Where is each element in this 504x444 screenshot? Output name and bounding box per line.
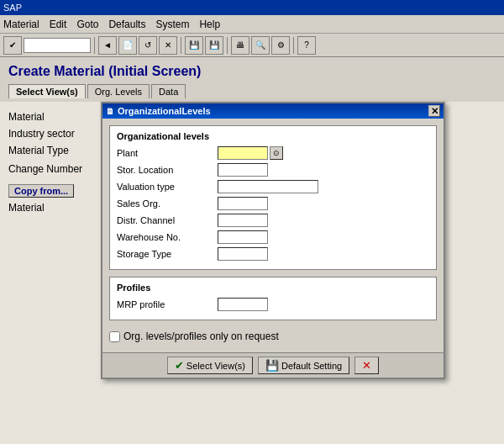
stor-location-input[interactable]	[218, 163, 268, 177]
distr-channel-input[interactable]	[218, 214, 268, 227]
org-levels-dialog: 🗎 OrganizationalLevels ✕ Organizational …	[101, 102, 445, 379]
material-label: Material	[8, 111, 101, 123]
profiles-section: Profiles MRP profile	[109, 277, 437, 320]
valuation-type-row: Valuation type	[117, 180, 429, 193]
tab-select-views[interactable]: Select View(s)	[8, 84, 86, 98]
toolbar-sep-2	[181, 37, 181, 54]
profiles-section-title: Profiles	[117, 283, 429, 293]
menu-goto[interactable]: Goto	[76, 18, 98, 30]
valuation-type-input[interactable]	[218, 180, 318, 193]
toolbar-checkmark-btn[interactable]: ✔	[3, 36, 22, 55]
toolbar-back-btn[interactable]: ◄	[98, 36, 117, 55]
storage-type-row: Storage Type	[117, 247, 429, 261]
material-type-label: Material Type	[8, 145, 101, 156]
copy-from-btn[interactable]: Copy from...	[8, 184, 74, 198]
storage-type-input[interactable]	[218, 247, 268, 261]
valuation-type-label: Valuation type	[117, 182, 218, 192]
toolbar-stop-btn[interactable]: ✕	[159, 36, 177, 55]
sales-org-row: Sales Org.	[117, 197, 429, 210]
tab-org-levels[interactable]: Org. Levels	[87, 84, 150, 98]
menu-material[interactable]: Material	[3, 18, 39, 30]
dialog-title-icon: 🗎	[106, 107, 114, 116]
menu-bar: Material Edit Goto Defaults System Help	[0, 15, 504, 34]
stor-location-label: Stor. Location	[117, 165, 218, 175]
org-levels-section: Organizational levels Plant ⊙ Stor. Loca…	[109, 125, 437, 270]
copy-material-label: Material	[8, 202, 101, 214]
warehouse-no-label: Warehouse No.	[117, 232, 218, 242]
toolbar-sep-3	[227, 37, 228, 54]
toolbar-sep-4	[293, 37, 294, 54]
plant-label: Plant	[117, 148, 218, 158]
toolbar-save-btn[interactable]: 💾	[185, 36, 203, 55]
dialog-body: Organizational levels Plant ⊙ Stor. Loca…	[102, 119, 444, 352]
storage-type-label: Storage Type	[117, 249, 218, 259]
tab-bar: Select View(s) Org. Levels Data	[8, 84, 496, 98]
change-number-label: Change Number	[8, 163, 101, 175]
toolbar-refresh-btn[interactable]: ↺	[139, 36, 157, 55]
org-levels-section-title: Organizational levels	[117, 131, 429, 141]
toolbar-sep-1	[94, 37, 95, 54]
checkbox-row: Org. levels/profiles only on request	[109, 327, 437, 346]
select-views-label: Select View(s)	[186, 361, 245, 371]
page-header: Create Material (Initial Screen) Select …	[0, 57, 504, 102]
toolbar: ✔ ◄ 📄 ↺ ✕ 💾 💾 🖶 🔍 ⚙ ?	[0, 34, 504, 57]
org-only-on-request-checkbox[interactable]	[109, 331, 120, 342]
dialog-cancel-btn[interactable]: ✕	[354, 357, 379, 374]
sales-org-input[interactable]	[218, 197, 268, 210]
default-setting-btn[interactable]: 💾 Default Setting	[258, 357, 349, 374]
menu-help[interactable]: Help	[199, 18, 220, 30]
plant-lookup-btn[interactable]: ⊙	[270, 146, 283, 160]
menu-defaults[interactable]: Defaults	[108, 18, 145, 30]
dialog-footer: ✔ Select View(s) 💾 Default Setting ✕	[102, 352, 444, 378]
distr-channel-row: Distr. Channel	[117, 214, 429, 227]
toolbar-settings-btn[interactable]: ⚙	[271, 36, 290, 55]
distr-channel-label: Distr. Channel	[117, 215, 218, 225]
warehouse-no-input[interactable]	[218, 230, 268, 244]
mrp-profile-label: MRP profile	[117, 299, 218, 309]
stor-location-row: Stor. Location	[117, 163, 429, 177]
mrp-profile-row: MRP profile	[117, 298, 429, 311]
dialog-title: OrganizationalLevels	[118, 106, 211, 116]
default-setting-icon: 💾	[265, 359, 279, 372]
plant-row: Plant ⊙	[117, 146, 429, 160]
dialog-close-btn[interactable]: ✕	[428, 105, 440, 117]
toolbar-print-btn[interactable]: 🖶	[231, 36, 249, 55]
title-bar: SAP	[0, 0, 504, 15]
toolbar-doc-btn[interactable]: 📄	[118, 36, 137, 55]
page-title: Create Material (Initial Screen)	[8, 64, 496, 79]
default-setting-label: Default Setting	[281, 361, 342, 371]
app-title: SAP	[3, 3, 22, 13]
main-content: Material Industry sector Material Type C…	[0, 102, 504, 444]
tab-data[interactable]: Data	[151, 84, 186, 98]
menu-system[interactable]: System	[155, 18, 189, 30]
menu-edit[interactable]: Edit	[50, 18, 67, 30]
toolbar-command-input[interactable]	[24, 38, 91, 53]
checkbox-label: Org. levels/profiles only on request	[123, 330, 279, 342]
warehouse-no-row: Warehouse No.	[117, 230, 429, 244]
sales-org-label: Sales Org.	[117, 198, 218, 209]
plant-input[interactable]	[218, 146, 268, 160]
dialog-titlebar: 🗎 OrganizationalLevels ✕	[102, 103, 444, 119]
select-views-btn[interactable]: ✔ Select View(s)	[167, 357, 253, 374]
toolbar-help-btn[interactable]: ?	[297, 36, 316, 55]
select-views-icon: ✔	[175, 359, 184, 372]
toolbar-save2-btn[interactable]: 💾	[205, 36, 223, 55]
cancel-icon: ✕	[362, 359, 371, 372]
industry-label: Industry sector	[8, 128, 101, 140]
toolbar-find-btn[interactable]: 🔍	[251, 36, 270, 55]
mrp-profile-input[interactable]	[218, 298, 268, 311]
